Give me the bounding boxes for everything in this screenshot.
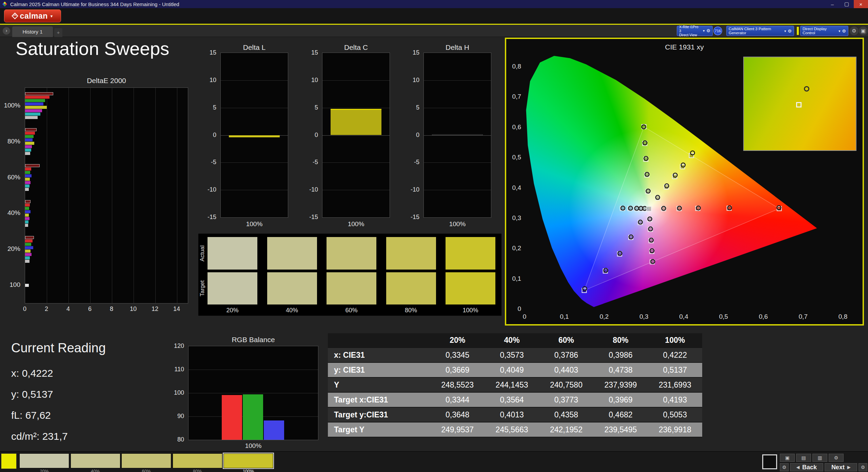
table-cell: 0,3648 [430,408,485,422]
gridline [112,88,112,303]
deltae-group-label: 60% [7,174,20,181]
deltae-bar [25,207,29,210]
delta-c-plot [322,53,390,218]
gridline [322,162,390,163]
deltae-bar [25,142,34,145]
next-button[interactable]: Next ▶ [825,463,857,471]
pattern-swatch-button[interactable] [71,453,120,468]
deltae-bar [25,184,29,188]
target-swatch [267,272,317,304]
table-row: x: CIE310,33450,35730,37860,39860,4222 [328,348,702,363]
table-cell: 249,9537 [430,422,485,437]
measured-marker-green [646,189,650,193]
chevron-down-icon[interactable]: ▾ [839,29,840,33]
actual-row-label: Actual [199,237,206,270]
new-tab-button[interactable]: + [54,28,62,37]
back-button[interactable]: ◀ Back [790,463,823,471]
chevron-right-icon[interactable]: › [3,27,10,35]
gear-icon[interactable]: ⚙ [706,28,710,34]
deltae-group-label: 40% [7,209,20,217]
rows-icon[interactable]: ▥ [812,454,827,462]
workspace-settings-button[interactable]: ▣ [859,26,868,35]
screen-icon[interactable]: ▣ [780,454,795,462]
settings-gear-button[interactable]: ⚙ [850,26,859,35]
table-cell: 242,1952 [539,422,593,437]
minimize-button[interactable]: – [825,0,840,8]
calman-menu-button[interactable]: calman ▾ [4,9,61,22]
gridline [47,88,47,303]
axis-tick-label: 90 [177,413,184,420]
next-settings-gear-icon[interactable]: ⚙ [859,463,867,471]
target-row-label: Target [199,272,206,304]
display-control-indicator [797,27,799,35]
rgb-bar-red [222,395,242,440]
meter-label: X-Rite i1Pro 3 Direct View [679,25,701,37]
tab-history-1[interactable]: History 1 [12,26,53,37]
gridline [322,190,390,190]
cie-x-tick: 0,3 [639,313,648,320]
pattern-window-toggle[interactable] [762,454,777,469]
gridline [322,108,390,108]
table-row-label: Target Y [328,422,430,437]
deltae-group-label: 80% [7,138,20,145]
deltae-bar [25,200,31,203]
inset-target-marker [796,102,802,107]
axis-tick-label: 12 [152,306,158,313]
pattern-generator-button[interactable]: CalMAN Client 3 Pattern Generator ▾ ⚙ [726,26,794,36]
table-row-label: Target x:CIE31 [328,393,430,407]
axis-tick-label: -10 [411,186,419,193]
axis-tick-label: 15 [413,49,419,56]
measured-marker-green [643,141,647,145]
deltae2000-x-axis: 02468101214 [25,306,188,313]
swatch-column-label: 20% [208,307,257,314]
window-title: Calman 2025 Calman Ultimate for Business… [10,1,179,7]
back-settings-gear-icon[interactable]: ⚙ [780,463,789,471]
deltae2000-y-axis: 100%80%60%40%20%100 [0,87,22,303]
pattern-swatch-button[interactable] [223,453,273,468]
bottom-bar: ▣ ▤ ▥ ⚙ ⚙ ◀ Back Next ▶ ⚙ 20%40%60%80%10… [0,451,868,472]
gear-icon[interactable]: ⚙ [829,454,844,462]
pattern-swatch-label: 60% [121,469,171,472]
cie-y-tick: 0,7 [512,93,521,100]
close-button[interactable]: × [854,0,868,8]
display-control-label: Direct Display Control [803,27,837,35]
chevron-down-icon[interactable]: ▾ [784,29,786,33]
cie-x-tick: 0,2 [600,313,609,320]
measured-marker-red [728,206,732,210]
pattern-swatch-button[interactable] [19,453,69,468]
chevron-down-icon[interactable]: ▾ [703,29,705,33]
table-row: Target Y249,9537245,5663242,1952239,5495… [328,422,702,437]
gear-icon[interactable]: ⚙ [788,28,792,34]
table-row: Target y:CIE310,36480,40130,43580,46820,… [328,408,702,422]
gear-icon[interactable]: ⚙ [842,28,846,34]
pattern-swatch-button[interactable] [173,453,222,468]
meter-button[interactable]: X-Rite i1Pro 3 Direct View ▾ ⚙ [677,26,713,36]
display-control-button[interactable]: Direct Display Control ▾ ⚙ [800,26,848,36]
axis-tick-label: 10 [130,306,137,313]
deltae-bar [25,256,30,259]
deltae-bar [25,168,31,171]
deltae-bar [25,214,29,217]
reading-y: y: 0,5137 [11,384,171,405]
pattern-swatch-button[interactable] [121,453,171,468]
delta-l-x-label: 100% [220,220,288,228]
reading-fl: fL: 67,62 [11,405,171,426]
grid-icon[interactable]: ▤ [796,454,811,462]
table-cell: 0,4193 [648,393,702,407]
deltae-bar [25,128,37,131]
table-cell: 0,3773 [539,393,593,407]
maximize-button[interactable]: ▢ [840,0,854,8]
target-swatch [446,272,495,304]
table-header-row: 20%40%60%80%100% [328,333,702,348]
swatch-column-label: 40% [267,307,317,314]
next-label: Next [831,464,845,471]
delta_l-bar [229,135,280,137]
axis-tick-label: 14 [173,306,180,313]
cie-x-tick: 0,5 [719,313,728,320]
table-cell: 0,4403 [539,363,593,377]
table-row: y: CIE310,36690,40490,44030,47380,5137 [328,363,702,378]
rgb-balance-plot [188,346,318,440]
gridline [424,108,491,108]
axis-tick-label: 10 [413,76,419,83]
rgb-bar-blue [264,420,284,440]
